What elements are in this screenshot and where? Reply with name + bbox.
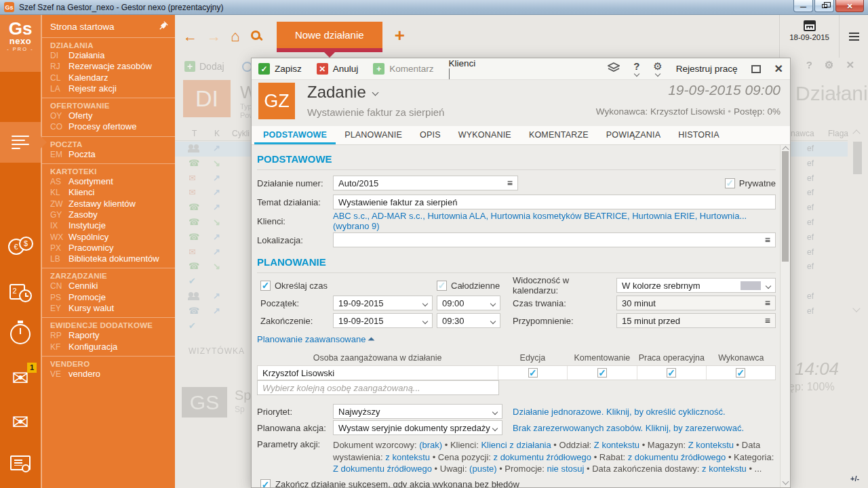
currency-rates-button[interactable]: [0, 239, 41, 255]
parameter-segment[interactable]: • Oddział:: [551, 440, 594, 450]
parameter-segment[interactable]: Z kontekstu: [688, 440, 734, 450]
sidebar-item[interactable]: CO Procesy ofertowe: [42, 121, 175, 132]
sidebar-item[interactable]: GY Zasoby: [42, 209, 175, 220]
save-button[interactable]: Zapisz: [258, 63, 302, 75]
options-icon[interactable]: [507, 178, 513, 188]
sidebar-item[interactable]: PS Promocje: [42, 292, 175, 303]
sidebar-item-strona-startowa[interactable]: Strona startowa: [42, 20, 175, 34]
pin-icon[interactable]: [159, 21, 168, 32]
sidebar-item[interactable]: CL Kalendarz: [42, 73, 175, 83]
sidebar-item[interactable]: EY Kursy walut: [42, 303, 175, 314]
restore-button[interactable]: [814, 0, 834, 12]
sidebar-item[interactable]: KF Konfiguracja: [42, 342, 175, 352]
sidebar-item[interactable]: LB Biblioteka dokumentów: [42, 253, 175, 264]
dialog-tab[interactable]: OPIS: [411, 126, 450, 144]
help-button[interactable]: [633, 62, 639, 76]
okreslaj-czas-checkbox[interactable]: [260, 281, 271, 291]
sidebar-item[interactable]: VENDERO: [42, 356, 175, 369]
zakonczenie-time-dropdown[interactable]: 09:30: [437, 313, 500, 328]
license-button[interactable]: [0, 455, 41, 470]
parameter-segment[interactable]: • Magazyn:: [639, 440, 688, 450]
maximize-icon[interactable]: [751, 65, 761, 73]
scrollbar-thumb[interactable]: [782, 151, 789, 262]
parameter-segment[interactable]: • Cena pozycji:: [430, 452, 493, 462]
parameter-segment[interactable]: • Kategoria:: [726, 452, 776, 462]
parameter-segment[interactable]: • Promocje:: [497, 464, 547, 474]
priorytet-dropdown[interactable]: Najwyższy: [333, 404, 502, 419]
wykonawca-checkbox[interactable]: [736, 368, 745, 378]
sidebar-item[interactable]: RJ Rezerwacje zasobów: [42, 61, 175, 72]
parameter-segment[interactable]: nie stosuj: [547, 464, 584, 474]
dialog-scrollbar[interactable]: [780, 145, 790, 487]
sidebar-item[interactable]: OY Oferty: [42, 110, 175, 121]
zasoby-link[interactable]: Brak zarezerwowanych zasobów. Kliknij, b…: [513, 423, 744, 433]
close-dialog-icon[interactable]: [774, 64, 783, 75]
inbox-button[interactable]: 1: [0, 368, 41, 388]
edycja-checkbox[interactable]: [528, 368, 538, 378]
calendar-clock-button[interactable]: [0, 281, 41, 302]
task-type-selector[interactable]: Zadanie: [307, 83, 378, 102]
sidebar-item[interactable]: WX Wspólnicy: [42, 232, 175, 243]
sidebar-item[interactable]: OFERTOWANIE: [42, 98, 175, 110]
sidebar-item[interactable]: IX Instytucje: [42, 220, 175, 231]
forward-button[interactable]: →: [207, 29, 221, 43]
przypomnienie-field[interactable]: 15 minut przed: [616, 313, 776, 328]
sidebar-item[interactable]: VE vendero: [42, 369, 175, 380]
final-success-checkbox[interactable]: [260, 479, 271, 487]
prywatne-checkbox[interactable]: [725, 178, 735, 188]
advanced-planning-link[interactable]: Planowanie zaawansowane: [257, 334, 366, 344]
sidebar-item[interactable]: ZW Zestawy klientów: [42, 199, 175, 209]
comment-button[interactable]: Komentarz: [373, 63, 433, 75]
options-icon[interactable]: [765, 316, 770, 326]
sidebar-item[interactable]: DI Działania: [42, 50, 175, 61]
dialog-tab[interactable]: POWIĄZANIA: [597, 126, 669, 144]
back-button[interactable]: ←: [183, 29, 197, 43]
app-menu-button[interactable]: [840, 15, 868, 58]
dialog-tab[interactable]: PLANOWANIE: [336, 126, 411, 144]
home-button[interactable]: ⌂: [231, 28, 240, 44]
lokalizacja-field[interactable]: [333, 232, 776, 247]
sidebar-item[interactable]: LA Rejestr akcji: [42, 83, 175, 94]
klienci-link[interactable]: ABC s.c., AD-MAR s.c., Hurtownia ALA, Hu…: [333, 211, 776, 231]
layers-button[interactable]: [608, 62, 620, 75]
parameter-segment[interactable]: • Data zakończenia dostawy:: [584, 464, 702, 474]
sidebar-item[interactable]: KARTOTEKI: [42, 163, 175, 176]
sidebar-item[interactable]: ZARZĄDZANIE: [42, 268, 175, 281]
add-person-input[interactable]: [257, 380, 499, 395]
poczatek-time-dropdown[interactable]: 09:00: [437, 296, 500, 310]
parameter-segment[interactable]: • Rabat:: [591, 452, 628, 462]
calodzienne-checkbox[interactable]: [437, 281, 447, 291]
clients-menu-button[interactable]: Klienci: [449, 58, 476, 80]
numer-field[interactable]: Auto/2015: [333, 176, 518, 190]
czas-trwania-field[interactable]: 30 minut: [616, 296, 776, 310]
parameter-segment[interactable]: • Klienci:: [442, 440, 481, 450]
sidebar-item[interactable]: POCZTA: [42, 136, 175, 149]
parameter-segment[interactable]: Dokument wzorcowy:: [333, 440, 419, 450]
sidebar-item[interactable]: DZIAŁANIA: [42, 37, 175, 50]
parameter-segment[interactable]: Klienci z działania: [481, 440, 551, 450]
temat-field[interactable]: Wystawienie faktur za sierpień: [333, 195, 776, 209]
search-icon[interactable]: [251, 30, 260, 40]
sidebar-item[interactable]: PX Pracownicy: [42, 243, 175, 253]
praca-operacyjna-checkbox[interactable]: [667, 368, 676, 378]
date-picker[interactable]: 18-09-2015: [779, 15, 840, 58]
tab-nowe-dzialanie[interactable]: Nowe działanie: [277, 22, 382, 48]
dialog-tab[interactable]: KOMENTARZE: [520, 126, 597, 144]
sidebar-item[interactable]: EWIDENCJE DODATKOWE: [42, 317, 175, 330]
parameter-segment[interactable]: (puste): [469, 464, 496, 474]
sidebar-item[interactable]: KL Klienci: [42, 187, 175, 198]
poczatek-date-dropdown[interactable]: 19-09-2015: [333, 296, 433, 310]
dialog-tab[interactable]: WYKONANIE: [450, 126, 520, 144]
parameter-segment[interactable]: Z kontekstu: [594, 440, 639, 450]
options-icon[interactable]: [765, 235, 770, 245]
scroll-down-icon[interactable]: [783, 479, 789, 485]
sidebar-item[interactable]: RP Raporty: [42, 330, 175, 341]
dialog-tab[interactable]: HISTORIA: [669, 126, 728, 144]
options-icon[interactable]: [765, 298, 770, 308]
parameter-segment[interactable]: z dokumentu źródłowego: [494, 452, 592, 462]
parameter-segment[interactable]: • Uwagi:: [432, 464, 469, 474]
dialog-tab[interactable]: PODSTAWOWE: [254, 126, 336, 144]
parameter-segment[interactable]: z dokumentu źródłowego: [628, 452, 726, 462]
sidebar-item[interactable]: CN Cenniki: [42, 281, 175, 291]
mail-button[interactable]: [0, 412, 41, 432]
